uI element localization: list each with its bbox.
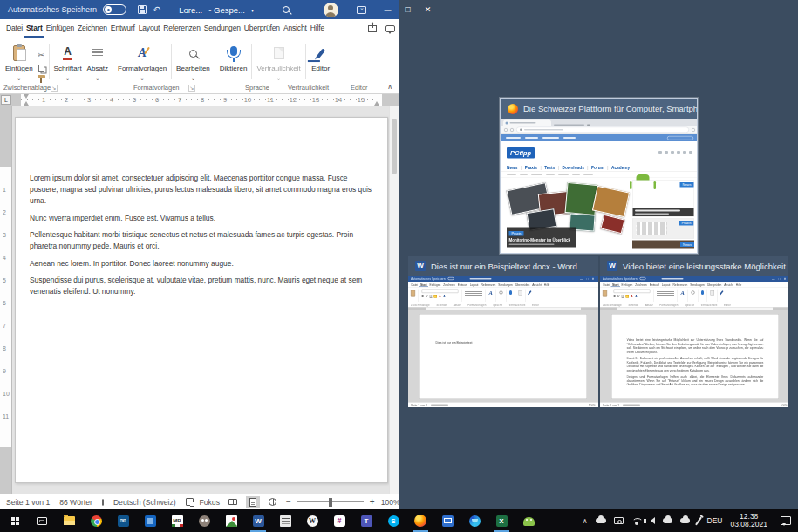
editor-button[interactable]: Editor — [308, 43, 334, 73]
cut-icon[interactable] — [38, 45, 44, 61]
paragraph-menu-button[interactable]: Absatz — [85, 43, 111, 83]
mail-taskbar-icon[interactable]: ✉ — [114, 509, 132, 532]
zoom-level[interactable]: 100% — [381, 498, 400, 507]
volume-icon[interactable] — [651, 517, 655, 524]
font-menu-button[interactable]: Schriftart — [51, 43, 85, 83]
vertical-ruler[interactable]: 1234567891011 — [0, 106, 12, 494]
tab-entwurf[interactable]: Entwurf — [109, 19, 137, 38]
proofing-icon[interactable] — [102, 499, 104, 506]
document-title[interactable]: Lore... - Gespe... ▾ — [179, 5, 254, 15]
irfanview-taskbar-icon[interactable] — [222, 509, 240, 532]
word-taskbar-icon[interactable]: W — [249, 509, 267, 532]
tab-datei[interactable]: Datei — [4, 19, 24, 38]
zoom-slider[interactable] — [297, 501, 364, 503]
menu-item-placeholder — [563, 137, 576, 139]
wsj-taskbar-icon[interactable] — [276, 509, 294, 532]
remote-taskbar-icon[interactable] — [439, 509, 456, 532]
autosave-toggle[interactable] — [103, 4, 126, 15]
wifi-icon[interactable] — [631, 517, 643, 525]
document-page[interactable]: Lorem ipsum dolor sit amet, consectetuer… — [15, 117, 388, 483]
editing-menu-button[interactable]: Bearbeiten — [174, 43, 213, 83]
firefox-taskbar-icon[interactable] — [412, 509, 429, 532]
hanging-indent-marker[interactable] — [24, 101, 29, 106]
close-button[interactable] — [418, 0, 438, 20]
zoom-out-button[interactable]: − — [286, 497, 291, 507]
dictate-button[interactable]: Diktieren — [217, 43, 250, 73]
print-layout-button[interactable] — [246, 496, 260, 508]
sensitivity-button[interactable]: Vertraulichkeit — [254, 43, 303, 83]
tab-zeichnen[interactable]: Zeichnen — [76, 19, 109, 38]
camera-icon[interactable] — [614, 517, 624, 524]
tab-sendungen[interactable]: Sendungen — [202, 19, 242, 38]
web-layout-button[interactable] — [266, 496, 280, 508]
tab-layout[interactable]: Layout — [137, 19, 162, 38]
tab-start[interactable]: Start — [24, 19, 44, 38]
tab-referenzen[interactable]: Referenzen — [161, 19, 201, 38]
search-icon[interactable] — [283, 6, 290, 13]
snap-thumbnail-word-sample[interactable]: Dies ist nur ein Beispieltext.docx - Wor… — [408, 256, 598, 407]
cloud-icon[interactable] — [596, 518, 606, 523]
account-avatar[interactable] — [324, 3, 338, 17]
comments-icon[interactable] — [385, 25, 395, 32]
clock[interactable]: 12:38 03.08.2021 — [730, 513, 767, 529]
mini-doc-title-placeholder — [470, 278, 492, 280]
chrome-taskbar-icon[interactable] — [87, 509, 105, 532]
edge-taskbar-icon[interactable] — [466, 509, 483, 532]
page-count[interactable]: Seite 1 von 1 — [6, 498, 50, 507]
styles-menu-button[interactable]: Formatvorlagen — [115, 43, 169, 83]
onedrive-icon[interactable] — [680, 518, 690, 523]
copy-icon[interactable] — [38, 65, 44, 72]
word-count[interactable]: 86 Wörter — [59, 498, 92, 507]
dialog-launcher-icon[interactable] — [51, 85, 58, 92]
site-menubar — [501, 134, 697, 141]
slack-taskbar-icon[interactable]: # — [331, 509, 348, 532]
mb-taskbar-icon[interactable]: MB — [168, 509, 186, 532]
excel-taskbar-icon[interactable]: X — [493, 509, 510, 532]
horizontal-ruler[interactable]: 123456789101112131415 — [0, 94, 399, 106]
action-center-icon[interactable] — [781, 516, 791, 525]
photos-taskbar-icon[interactable] — [141, 509, 159, 532]
read-mode-button[interactable] — [226, 496, 240, 508]
focus-label[interactable]: Fokus — [200, 498, 220, 507]
collapse-ribbon-icon[interactable] — [387, 83, 392, 91]
article-carousel: Praxis Monitoring-Monster im Überblick — [505, 181, 629, 249]
format-painter-icon[interactable] — [38, 75, 45, 78]
maximize-button[interactable] — [398, 0, 418, 20]
ribbon-display-options-icon[interactable] — [357, 6, 366, 14]
social-icons — [658, 151, 692, 154]
save-icon[interactable] — [138, 5, 147, 14]
share-icon[interactable] — [368, 25, 377, 32]
first-line-indent-marker[interactable] — [24, 94, 29, 99]
gimp-taskbar-icon[interactable] — [195, 509, 213, 532]
ruler-number: 14 — [335, 96, 342, 104]
start-taskbar-icon[interactable] — [6, 509, 24, 532]
taskview-taskbar-icon[interactable] — [33, 509, 51, 532]
wikipedia-taskbar-icon[interactable]: W — [304, 509, 321, 532]
tab-überprüfen[interactable]: Überprüfen — [242, 19, 282, 38]
zoom-in-button[interactable]: + — [370, 497, 375, 507]
paste-button[interactable]: Einfügen — [3, 43, 36, 83]
minimize-button[interactable] — [378, 0, 398, 20]
document-text[interactable]: Lorem ipsum dolor sit amet, consectetuer… — [30, 173, 377, 304]
tab-einfügen[interactable]: Einfügen — [44, 19, 76, 38]
tab-ansicht[interactable]: Ansicht — [282, 19, 309, 38]
language-status[interactable]: Deutsch (Schweiz) — [113, 498, 176, 507]
undo-icon[interactable]: ↶ — [153, 5, 160, 15]
editor-pen-icon — [317, 48, 325, 58]
keyboard-language[interactable]: DEU — [707, 516, 723, 525]
right-indent-marker[interactable] — [374, 101, 379, 106]
vertical-scrollbar[interactable] — [389, 106, 399, 494]
explorer-taskbar-icon[interactable] — [60, 509, 78, 532]
skype-taskbar-icon[interactable]: S — [385, 509, 402, 532]
pen-icon[interactable] — [695, 516, 702, 525]
tab-stop-selector[interactable] — [1, 95, 11, 105]
tray-expand-icon[interactable] — [583, 517, 588, 525]
snap-thumbnail-word-video[interactable]: Video bietet eine leistungsstarke Möglic… — [600, 256, 788, 407]
dialog-launcher-icon[interactable] — [188, 85, 195, 92]
focus-icon[interactable] — [186, 498, 194, 506]
onedrive-icon[interactable] — [663, 518, 672, 523]
teams-taskbar-icon[interactable]: T — [358, 509, 375, 532]
tab-hilfe[interactable]: Hilfe — [309, 19, 326, 38]
android-taskbar-icon[interactable] — [520, 509, 537, 532]
snap-thumbnail-firefox[interactable]: Die Schweizer Plattform für Computer, Sm… — [500, 98, 698, 254]
